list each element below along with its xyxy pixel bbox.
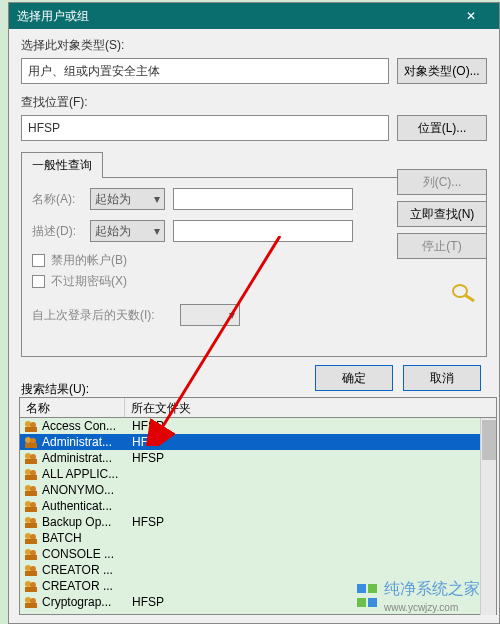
svg-rect-19 xyxy=(25,507,37,512)
svg-rect-31 xyxy=(25,571,37,576)
table-row[interactable]: ALL APPLIC... xyxy=(20,466,496,482)
row-name: Administrat... xyxy=(42,435,126,449)
svg-point-17 xyxy=(25,501,31,507)
svg-rect-4 xyxy=(25,427,37,432)
chevron-down-icon: ▾ xyxy=(154,224,160,238)
group-icon xyxy=(24,484,38,496)
row-folder: HFSP xyxy=(126,419,164,433)
chevron-down-icon: ▾ xyxy=(154,192,160,206)
table-row[interactable]: Authenticat... xyxy=(20,498,496,514)
row-folder: HFSP xyxy=(126,435,164,449)
object-type-field[interactable]: 用户、组或内置安全主体 xyxy=(21,58,389,84)
row-name: Administrat... xyxy=(42,451,126,465)
row-name: Backup Op... xyxy=(42,515,126,529)
svg-rect-7 xyxy=(25,443,37,448)
location-field[interactable]: HFSP xyxy=(21,115,389,141)
row-name: CONSOLE ... xyxy=(42,547,126,561)
titlebar[interactable]: 选择用户或组 ✕ xyxy=(9,3,499,29)
group-icon xyxy=(24,420,38,432)
desc-input[interactable] xyxy=(173,220,353,242)
watermark: 纯净系统之家 www.ycwjzy.com xyxy=(356,579,480,614)
group-icon xyxy=(24,500,38,512)
svg-rect-16 xyxy=(25,491,37,496)
row-folder: HFSP xyxy=(126,595,164,609)
row-name: CREATOR ... xyxy=(42,563,126,577)
group-icon xyxy=(24,452,38,464)
row-name: Authenticat... xyxy=(42,499,126,513)
group-icon xyxy=(24,580,38,592)
object-types-button[interactable]: 对象类型(O)... xyxy=(397,58,487,84)
svg-point-26 xyxy=(25,549,31,555)
table-row[interactable]: ANONYMO... xyxy=(20,482,496,498)
svg-rect-10 xyxy=(25,459,37,464)
svg-point-11 xyxy=(25,469,31,475)
svg-point-8 xyxy=(25,453,31,459)
svg-point-20 xyxy=(25,517,31,523)
svg-line-1 xyxy=(465,295,474,301)
days-label: 自上次登录后的天数(I): xyxy=(32,307,172,324)
svg-point-32 xyxy=(25,581,31,587)
svg-point-14 xyxy=(25,485,31,491)
group-icon xyxy=(24,468,38,480)
row-folder: HFSP xyxy=(126,451,164,465)
row-name: ALL APPLIC... xyxy=(42,467,126,481)
table-row[interactable]: BATCH xyxy=(20,530,496,546)
group-icon xyxy=(24,548,38,560)
table-row[interactable]: Administrat...HFSP xyxy=(20,450,496,466)
svg-point-35 xyxy=(25,597,31,603)
search-icon xyxy=(450,283,476,306)
svg-point-5 xyxy=(25,437,31,443)
svg-point-29 xyxy=(25,565,31,571)
svg-point-23 xyxy=(25,533,31,539)
table-row[interactable]: Access Con...HFSP xyxy=(20,418,496,434)
nonexpire-password-checkbox[interactable]: 不过期密码(X) xyxy=(32,273,476,290)
group-icon xyxy=(24,532,38,544)
dialog-title: 选择用户或组 xyxy=(17,8,451,25)
svg-rect-25 xyxy=(25,539,37,544)
results-label: 搜索结果(U): xyxy=(21,381,89,398)
results-header[interactable]: 名称 所在文件夹 xyxy=(20,398,496,418)
scrollbar-thumb[interactable] xyxy=(482,420,496,460)
row-name: ANONYMO... xyxy=(42,483,126,497)
name-starts-dropdown[interactable]: 起始为▾ xyxy=(90,188,165,210)
row-name: Access Con... xyxy=(42,419,126,433)
table-row[interactable]: CREATOR ... xyxy=(20,562,496,578)
object-type-label: 选择此对象类型(S): xyxy=(21,37,487,54)
group-icon xyxy=(24,564,38,576)
svg-rect-34 xyxy=(25,587,37,592)
dialog-window: 选择用户或组 ✕ 选择此对象类型(S): 用户、组或内置安全主体 对象类型(O)… xyxy=(8,2,500,624)
column-folder[interactable]: 所在文件夹 xyxy=(125,398,197,417)
stop-button[interactable]: 停止(T) xyxy=(397,233,487,259)
svg-rect-13 xyxy=(25,475,37,480)
close-icon[interactable]: ✕ xyxy=(451,5,491,27)
name-label: 名称(A): xyxy=(32,191,82,208)
ok-button[interactable]: 确定 xyxy=(315,365,393,391)
days-dropdown[interactable]: ▾ xyxy=(180,304,240,326)
logo-icon xyxy=(356,583,378,611)
tab-general-query[interactable]: 一般性查询 xyxy=(21,152,103,178)
name-input[interactable] xyxy=(173,188,353,210)
row-name: Cryptograp... xyxy=(42,595,126,609)
group-icon xyxy=(24,516,38,528)
find-now-button[interactable]: 立即查找(N) xyxy=(397,201,487,227)
chevron-down-icon: ▾ xyxy=(229,308,235,322)
row-folder: HFSP xyxy=(126,515,164,529)
row-name: BATCH xyxy=(42,531,126,545)
svg-rect-28 xyxy=(25,555,37,560)
column-name[interactable]: 名称 xyxy=(20,398,125,417)
svg-rect-22 xyxy=(25,523,37,528)
table-row[interactable]: Administrat...HFSP xyxy=(20,434,496,450)
cancel-button[interactable]: 取消 xyxy=(403,365,481,391)
table-row[interactable]: CONSOLE ... xyxy=(20,546,496,562)
locations-button[interactable]: 位置(L)... xyxy=(397,115,487,141)
svg-rect-37 xyxy=(25,603,37,608)
desc-starts-dropdown[interactable]: 起始为▾ xyxy=(90,220,165,242)
scrollbar[interactable] xyxy=(480,418,496,615)
desc-label: 描述(D): xyxy=(32,223,82,240)
columns-button[interactable]: 列(C)... xyxy=(397,169,487,195)
group-icon xyxy=(24,436,38,448)
table-row[interactable]: Backup Op...HFSP xyxy=(20,514,496,530)
group-icon xyxy=(24,596,38,608)
svg-point-2 xyxy=(25,421,31,427)
location-label: 查找位置(F): xyxy=(21,94,487,111)
